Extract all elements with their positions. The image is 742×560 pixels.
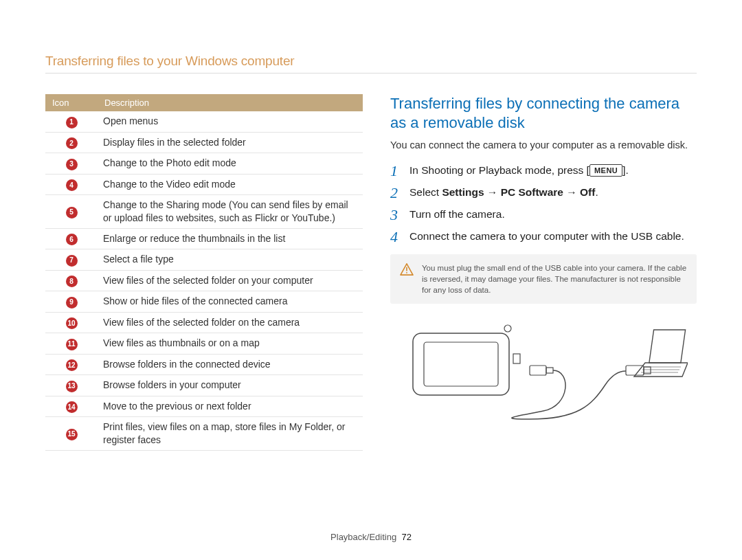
step-3: 3 Turn off the camera. xyxy=(390,208,697,223)
row-description: Select a file type xyxy=(98,249,363,271)
section-intro: You can connect the camera to your compu… xyxy=(390,139,697,153)
warning-icon xyxy=(400,263,414,276)
row-number-icon: 14 xyxy=(66,401,78,413)
page-footer: Playback/Editing 72 xyxy=(0,532,742,542)
row-description: Show or hide files of the connected came… xyxy=(98,291,363,313)
row-description: Change to the Photo edit mode xyxy=(98,153,363,175)
step-2: 2 Select Settings → PC Software → Off. xyxy=(390,186,697,201)
row-description: Display files in the selected folder xyxy=(98,132,363,153)
step-number: 4 xyxy=(390,229,403,245)
row-number-icon: 9 xyxy=(66,297,78,309)
row-number-icon: 3 xyxy=(66,159,78,170)
page-title: Transferring files to your Windows compu… xyxy=(45,54,697,74)
step-1: 1 In Shooting or Playback mode, press [M… xyxy=(390,164,697,179)
table-row: 4Change to the Video edit mode xyxy=(45,174,363,195)
table-row: 15Print files, view files on a map, stor… xyxy=(45,417,363,451)
step-text: Select xyxy=(409,186,442,198)
step-number: 2 xyxy=(390,186,403,201)
row-description: Change to the Sharing mode (You can send… xyxy=(98,195,363,229)
row-number-icon: 2 xyxy=(66,137,78,149)
svg-rect-5 xyxy=(513,354,520,363)
footer-page-number: 72 xyxy=(401,532,411,542)
svg-rect-8 xyxy=(626,366,644,375)
step-text: ]. xyxy=(622,164,629,176)
section-title: Transferring files by connecting the cam… xyxy=(390,94,697,132)
row-description: Enlarge or reduce the thumbnails in the … xyxy=(98,228,363,249)
row-number-icon: 8 xyxy=(66,276,78,287)
table-row: 13Browse folders in your computer xyxy=(45,375,363,396)
row-number-icon: 10 xyxy=(66,317,78,329)
row-number-icon: 12 xyxy=(66,359,78,371)
row-description: Open menus xyxy=(98,111,363,132)
svg-rect-0 xyxy=(406,267,407,271)
table-row: 12Browse folders in the connected device xyxy=(45,354,363,375)
row-number-icon: 7 xyxy=(66,255,78,267)
svg-rect-7 xyxy=(546,368,553,373)
row-number-icon: 11 xyxy=(66,339,78,350)
row-description: Move to the previous or next folder xyxy=(98,396,363,417)
row-number-icon: 1 xyxy=(66,117,78,128)
table-row: 9Show or hide files of the connected cam… xyxy=(45,291,363,313)
svg-rect-3 xyxy=(424,342,498,386)
connection-illustration xyxy=(390,323,697,429)
icon-description-table: Icon Description 1Open menus 2Display fi… xyxy=(45,94,363,451)
table-row: 8View files of the selected folder on yo… xyxy=(45,270,363,291)
step-text: Turn off the camera. xyxy=(409,208,697,223)
warning-notice: You must plug the small end of the USB c… xyxy=(390,254,697,304)
table-row: 7Select a file type xyxy=(45,249,363,271)
row-number-icon: 5 xyxy=(66,207,78,219)
table-row: 3Change to the Photo edit mode xyxy=(45,153,363,175)
svg-point-4 xyxy=(504,325,511,332)
table-header-description: Description xyxy=(98,94,363,111)
row-number-icon: 13 xyxy=(66,381,78,392)
row-description: Browse folders in your computer xyxy=(98,375,363,396)
menu-button-label: MENU xyxy=(589,164,622,177)
row-number-icon: 15 xyxy=(66,429,78,440)
row-number-icon: 4 xyxy=(66,179,78,191)
row-description: Browse folders in the connected device xyxy=(98,354,363,375)
step-text: In Shooting or Playback mode, press [ xyxy=(409,164,589,176)
right-column: Transferring files by connecting the cam… xyxy=(390,94,697,451)
table-row: 14Move to the previous or next folder xyxy=(45,396,363,417)
row-description: Print files, view files on a map, store … xyxy=(98,417,363,451)
table-row: 11View files as thumbnails or on a map xyxy=(45,333,363,355)
step-text: . xyxy=(595,186,598,198)
step-number: 1 xyxy=(390,164,403,179)
svg-rect-6 xyxy=(530,366,546,375)
table-header-icon: Icon xyxy=(45,94,98,111)
table-row: 1Open menus xyxy=(45,111,363,132)
left-column: Icon Description 1Open menus 2Display fi… xyxy=(45,94,363,451)
footer-section: Playback/Editing xyxy=(330,532,396,542)
row-description: View files of the selected folder on the… xyxy=(98,312,363,333)
table-row: 2Display files in the selected folder xyxy=(45,132,363,153)
table-row: 5Change to the Sharing mode (You can sen… xyxy=(45,195,363,229)
svg-rect-9 xyxy=(644,367,651,374)
table-row: 6Enlarge or reduce the thumbnails in the… xyxy=(45,228,363,249)
row-description: View files of the selected folder on you… xyxy=(98,270,363,291)
step-4: 4 Connect the camera to your computer wi… xyxy=(390,229,697,245)
row-description: View files as thumbnails or on a map xyxy=(98,333,363,355)
step-number: 3 xyxy=(390,208,403,223)
steps-list: 1 In Shooting or Playback mode, press [M… xyxy=(390,164,697,245)
svg-rect-1 xyxy=(406,272,407,273)
warning-text: You must plug the small end of the USB c… xyxy=(422,262,687,295)
table-row: 10View files of the selected folder on t… xyxy=(45,312,363,333)
step-bold-text: Settings → PC Software → Off xyxy=(442,186,595,198)
row-number-icon: 6 xyxy=(66,234,78,245)
row-description: Change to the Video edit mode xyxy=(98,174,363,195)
step-text: Connect the camera to your computer with… xyxy=(409,229,697,245)
